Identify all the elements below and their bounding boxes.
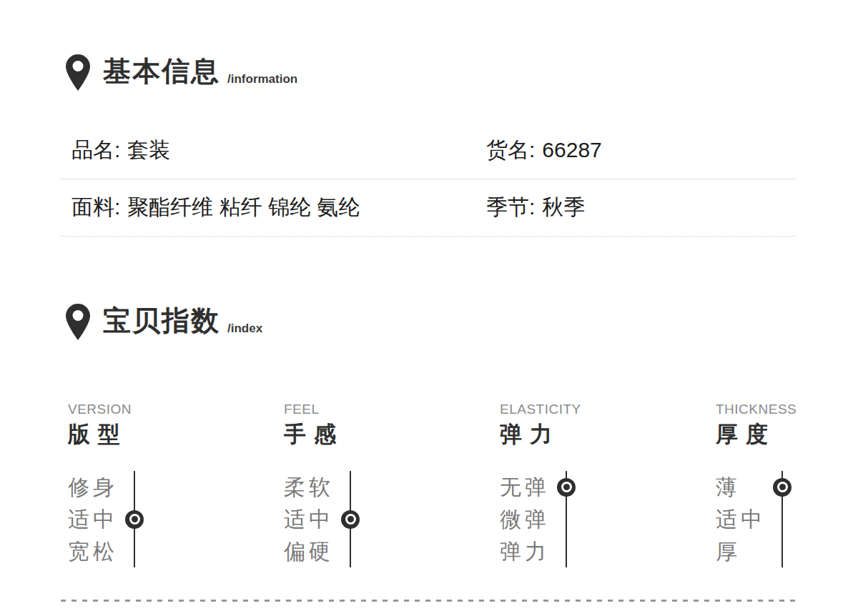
option-label: 厚 xyxy=(716,535,773,567)
info-cell-product-name: 品名:套装 xyxy=(72,136,486,165)
info-value: 聚酯纤维 粘纤 锦纶 氨纶 xyxy=(127,195,360,219)
slider-marker-icon xyxy=(341,510,360,529)
slider-track xyxy=(557,471,576,567)
section-subtitle: /index xyxy=(227,322,262,342)
option-list: 修身 适中 宽松 xyxy=(68,471,125,567)
index-cn-label: 版型 xyxy=(68,420,284,449)
option-label: 适中 xyxy=(68,503,125,535)
index-slider: 薄 适中 厚 xyxy=(716,471,797,567)
index-cn-label: 手感 xyxy=(284,420,500,449)
info-cell-item-number: 货名:66287 xyxy=(486,136,795,165)
product-detail-page: 基本信息 /information 品名:套装 货名:66287 面料:聚酯纤维… xyxy=(0,0,858,616)
slider-marker-icon xyxy=(773,478,792,497)
option-label: 偏硬 xyxy=(284,535,341,567)
section-title: 基本信息 xyxy=(103,52,220,91)
option-label: 适中 xyxy=(284,503,341,535)
index-slider: 柔软 适中 偏硬 xyxy=(284,471,500,567)
slider-track xyxy=(773,471,792,567)
index-en-label: VERSION xyxy=(68,402,284,417)
basic-info-header: 基本信息 /information xyxy=(65,51,297,92)
index-cn-label: 弹力 xyxy=(500,420,716,449)
info-value: 66287 xyxy=(542,138,601,162)
slider-track xyxy=(341,471,360,567)
info-label: 季节: xyxy=(486,195,535,219)
option-label: 宽松 xyxy=(68,535,125,567)
index-slider: 无弹 微弹 弹力 xyxy=(500,471,716,567)
index-en-label: ELASTICITY xyxy=(500,402,716,417)
option-label: 柔软 xyxy=(284,471,341,503)
basic-info-table: 品名:套装 货名:66287 面料:聚酯纤维 粘纤 锦纶 氨纶 季节:秋季 xyxy=(61,122,795,237)
option-label: 修身 xyxy=(68,471,125,503)
option-label: 适中 xyxy=(716,503,773,535)
option-list: 无弹 微弹 弹力 xyxy=(500,471,557,567)
info-cell-season: 季节:秋季 xyxy=(486,193,795,222)
product-index-grid: VERSION 版型 修身 适中 宽松 FEEL 手感 xyxy=(68,402,797,567)
info-label: 品名: xyxy=(72,138,120,162)
section-title: 宝贝指数 xyxy=(103,302,220,340)
slider-marker-icon xyxy=(125,510,144,529)
option-label: 微弹 xyxy=(500,503,557,535)
slider-track xyxy=(125,471,144,567)
product-index-header: 宝贝指数 /index xyxy=(65,300,262,342)
slider-marker-icon xyxy=(557,478,576,497)
index-column-elasticity: ELASTICITY 弹力 无弹 微弹 弹力 xyxy=(500,402,716,567)
option-label: 无弹 xyxy=(500,471,557,503)
info-value: 套装 xyxy=(127,138,170,162)
option-list: 薄 适中 厚 xyxy=(716,471,773,567)
location-pin-icon xyxy=(65,54,91,92)
index-en-label: THICKNESS xyxy=(716,402,797,417)
option-label: 弹力 xyxy=(500,535,557,567)
option-list: 柔软 适中 偏硬 xyxy=(284,471,341,567)
dashed-divider xyxy=(61,600,795,602)
index-column-version: VERSION 版型 修身 适中 宽松 xyxy=(68,402,284,567)
info-row: 品名:套装 货名:66287 xyxy=(61,122,795,179)
option-label: 薄 xyxy=(716,471,773,503)
info-label: 货名: xyxy=(486,138,535,162)
location-pin-icon xyxy=(65,303,91,342)
index-en-label: FEEL xyxy=(284,402,500,417)
index-slider: 修身 适中 宽松 xyxy=(68,471,284,567)
info-cell-fabric: 面料:聚酯纤维 粘纤 锦纶 氨纶 xyxy=(72,193,486,222)
info-label: 面料: xyxy=(72,195,120,219)
index-cn-label: 厚度 xyxy=(716,420,797,449)
index-column-feel: FEEL 手感 柔软 适中 偏硬 xyxy=(284,402,500,567)
index-column-thickness: THICKNESS 厚度 薄 适中 厚 xyxy=(716,402,797,567)
info-row: 面料:聚酯纤维 粘纤 锦纶 氨纶 季节:秋季 xyxy=(61,179,795,237)
section-subtitle: /information xyxy=(227,72,297,92)
info-value: 秋季 xyxy=(542,195,585,219)
